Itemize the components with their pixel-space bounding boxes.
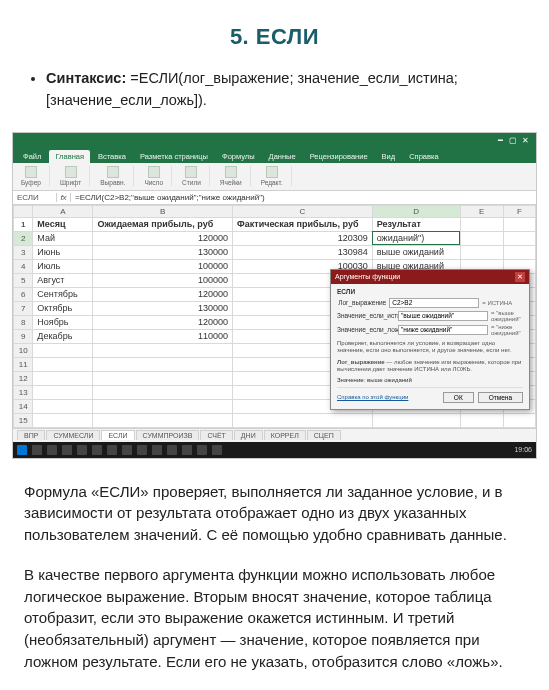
row-header[interactable]: 3 xyxy=(14,245,33,259)
function-arguments-dialog[interactable]: Аргументы функции ✕ ЕСЛИ Лог_выражение= … xyxy=(330,269,530,410)
row-header[interactable]: 14 xyxy=(14,399,33,413)
taskbar-icon[interactable] xyxy=(182,445,192,455)
cell[interactable]: 120000 xyxy=(93,287,233,301)
close-icon[interactable]: ✕ xyxy=(520,136,530,145)
dialog-cancel-button[interactable]: Отмена xyxy=(478,392,523,403)
column-header[interactable]: C xyxy=(233,205,373,217)
cell[interactable] xyxy=(93,371,233,385)
row-header[interactable]: 6 xyxy=(14,287,33,301)
cell[interactable] xyxy=(233,413,373,427)
dialog-close-icon[interactable]: ✕ xyxy=(515,272,525,282)
row-header[interactable]: 13 xyxy=(14,385,33,399)
cell[interactable]: 100000 xyxy=(93,273,233,287)
taskbar-icon[interactable] xyxy=(212,445,222,455)
cell[interactable]: Декабрь xyxy=(33,329,93,343)
row-header[interactable]: 9 xyxy=(14,329,33,343)
cell[interactable]: Июнь xyxy=(33,245,93,259)
cell[interactable]: 130984 xyxy=(233,245,373,259)
column-header[interactable]: A xyxy=(33,205,93,217)
cell[interactable] xyxy=(33,371,93,385)
ribbon-tab[interactable]: Справка xyxy=(403,150,444,163)
dialog-ok-button[interactable]: ОК xyxy=(443,392,474,403)
ribbon-tab[interactable]: Данные xyxy=(263,150,302,163)
cell[interactable] xyxy=(93,385,233,399)
cell[interactable] xyxy=(503,413,535,427)
editing-icon[interactable] xyxy=(266,166,278,178)
row-header[interactable]: 1 xyxy=(14,217,33,231)
cell[interactable] xyxy=(460,231,503,245)
cell[interactable]: Ноябрь xyxy=(33,315,93,329)
sheet-tab[interactable]: СЧЁТ xyxy=(200,430,232,440)
cell[interactable] xyxy=(33,413,93,427)
start-icon[interactable] xyxy=(17,445,27,455)
cell[interactable] xyxy=(503,217,535,231)
cell[interactable] xyxy=(93,357,233,371)
sheet-tab[interactable]: СУММПРОИЗВ xyxy=(136,430,200,440)
cell[interactable] xyxy=(93,343,233,357)
cell[interactable] xyxy=(33,399,93,413)
taskbar-icon[interactable] xyxy=(77,445,87,455)
cell[interactable]: Июль xyxy=(33,259,93,273)
taskbar-icon[interactable] xyxy=(152,445,162,455)
cell[interactable]: Фактическая прибыль, руб xyxy=(233,217,373,231)
cell[interactable]: 110000 xyxy=(93,329,233,343)
cell[interactable]: 120000 xyxy=(93,315,233,329)
cell[interactable]: Результат xyxy=(372,217,460,231)
styles-icon[interactable] xyxy=(185,166,197,178)
cell[interactable]: 120309 xyxy=(233,231,373,245)
cell[interactable]: Август xyxy=(33,273,93,287)
column-header[interactable]: F xyxy=(503,205,535,217)
cell[interactable]: Месяц xyxy=(33,217,93,231)
ribbon-tab[interactable]: Главная xyxy=(49,150,90,163)
cell[interactable] xyxy=(93,413,233,427)
row-header[interactable]: 4 xyxy=(14,259,33,273)
row-header[interactable]: 11 xyxy=(14,357,33,371)
cell[interactable] xyxy=(33,357,93,371)
taskbar-icon[interactable] xyxy=(122,445,132,455)
sheet-tab[interactable]: ДНИ xyxy=(234,430,263,440)
align-icon[interactable] xyxy=(107,166,119,178)
cell[interactable] xyxy=(33,385,93,399)
maximize-icon[interactable]: ▢ xyxy=(508,136,518,145)
number-icon[interactable] xyxy=(148,166,160,178)
cell[interactable] xyxy=(460,413,503,427)
cell[interactable] xyxy=(460,217,503,231)
minimize-icon[interactable]: ━ xyxy=(496,136,506,145)
ribbon-tab[interactable]: Вставка xyxy=(92,150,132,163)
font-icon[interactable] xyxy=(65,166,77,178)
row-header[interactable]: 10 xyxy=(14,343,33,357)
column-header[interactable]: E xyxy=(460,205,503,217)
cell[interactable]: 130000 xyxy=(93,245,233,259)
taskbar-icon[interactable] xyxy=(137,445,147,455)
paste-icon[interactable] xyxy=(25,166,37,178)
taskbar-icon[interactable] xyxy=(107,445,117,455)
taskbar-icon[interactable] xyxy=(62,445,72,455)
cell[interactable] xyxy=(33,343,93,357)
ribbon-tab[interactable]: Вид xyxy=(376,150,402,163)
row-header[interactable]: 5 xyxy=(14,273,33,287)
row-header[interactable]: 8 xyxy=(14,315,33,329)
ribbon-tab[interactable]: Разметка страницы xyxy=(134,150,214,163)
ribbon-tab[interactable]: Файл xyxy=(17,150,47,163)
cell[interactable]: Октябрь xyxy=(33,301,93,315)
cell[interactable]: Май xyxy=(33,231,93,245)
sheet-tab[interactable]: ВПР xyxy=(17,430,45,440)
taskbar-icon[interactable] xyxy=(47,445,57,455)
row-header[interactable]: 15 xyxy=(14,413,33,427)
formula-input[interactable]: =ЕСЛИ(C2>B2;"выше ожиданий";"ниже ожидан… xyxy=(71,193,536,202)
taskbar-icon[interactable] xyxy=(92,445,102,455)
cell[interactable] xyxy=(460,245,503,259)
sheet-tab[interactable]: КОРРЕЛ xyxy=(264,430,306,440)
column-header[interactable]: D xyxy=(372,205,460,217)
taskbar-icon[interactable] xyxy=(197,445,207,455)
cell[interactable]: выше ожиданий xyxy=(372,245,460,259)
ribbon-tab[interactable]: Формулы xyxy=(216,150,261,163)
cell[interactable]: 100000 xyxy=(93,259,233,273)
taskbar-icon[interactable] xyxy=(32,445,42,455)
column-header[interactable]: B xyxy=(93,205,233,217)
dialog-titlebar[interactable]: Аргументы функции ✕ xyxy=(331,270,529,284)
corner-cell[interactable] xyxy=(14,205,33,217)
taskbar-icon[interactable] xyxy=(167,445,177,455)
cell[interactable] xyxy=(503,245,535,259)
cell[interactable]: 120000 xyxy=(93,231,233,245)
